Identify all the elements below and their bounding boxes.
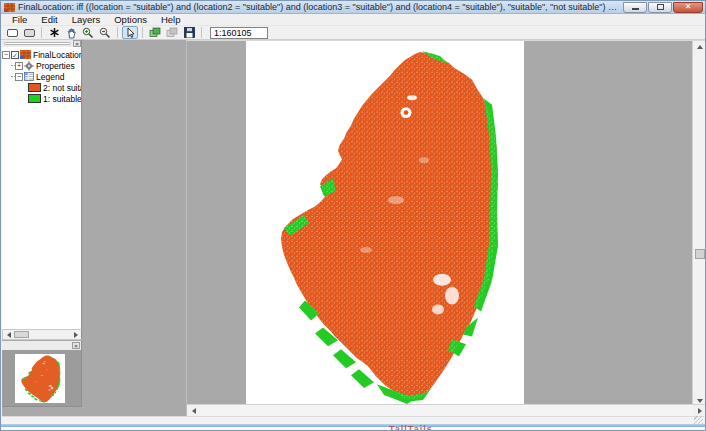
content-area: × −✓ FinalLocation - + [2,40,704,416]
island-raster-map [246,41,524,407]
layers-disabled-icon [166,27,178,38]
legend-item-not-suitable[interactable]: 2: not suitable [2,82,81,93]
window-bottom-edge [1,427,705,430]
raster-map-icon [20,50,31,59]
transparency-slider[interactable] [4,42,71,45]
gear-icon [24,61,34,71]
tree-pane-header: × [2,40,82,47]
arrow-right-icon [74,332,78,338]
status-bar [2,416,704,424]
toolbar [1,26,705,40]
close-tree-pane-button[interactable]: × [73,40,81,47]
pan-button[interactable] [63,26,79,39]
checkbox-checked-icon[interactable]: ✓ [11,51,19,59]
toolbar-separator [41,27,42,38]
map-page[interactable] [246,41,524,407]
legend-label[interactable]: Legend [36,72,64,82]
menu-options[interactable]: Options [107,14,154,26]
map-viewport [186,40,706,416]
entire-map-icon [7,29,18,37]
arrow-left-icon [7,332,11,338]
maximize-icon [657,4,664,10]
vertical-scrollbar[interactable] [692,41,706,407]
suitable-swatch [28,94,41,103]
remove-layer-button[interactable] [164,26,180,39]
collapse-icon[interactable]: − [2,51,10,59]
tree-row-root[interactable]: −✓ FinalLocation - [2,49,81,60]
menu-help[interactable]: Help [154,14,188,26]
resize-grip[interactable] [694,416,703,424]
tree-row-legend[interactable]: − Legend [2,71,81,82]
toolbar-separator [142,27,143,38]
save-button[interactable] [181,26,197,39]
raster-map-icon [4,3,15,12]
overview-island-map [15,354,65,403]
arrow-right-icon [698,408,702,414]
legend-item-label: 2: not suitable [43,83,81,93]
redraw-icon [24,29,35,37]
zoom-out-icon [99,27,111,39]
minimize-button[interactable] [623,2,647,13]
tree-row-properties[interactable]: + Properties [2,60,81,71]
watermark-text: TallTails [389,424,433,430]
horizontal-scrollbar[interactable] [187,404,706,416]
scale-input[interactable] [210,27,268,39]
layer-label[interactable]: FinalLocation - [33,50,81,60]
normal-cursor-button[interactable] [122,26,138,39]
legend-icon [24,72,34,81]
arrow-left-icon [192,408,196,414]
toolbar-separator [201,27,202,38]
scroll-left-button[interactable] [187,405,200,416]
asterisk-icon [49,27,60,38]
overview-map-pane [2,350,82,407]
legend-item-label: 1: suitable [43,94,81,104]
zoom-in-button[interactable] [80,26,96,39]
toolbar-separator [117,27,118,38]
collapse-icon[interactable]: − [15,73,23,81]
close-button[interactable]: ✕ [673,2,703,13]
scroll-right-button[interactable] [693,405,706,416]
scroll-left-button[interactable] [3,330,14,339]
scroll-up-button[interactable] [693,41,706,53]
layers-icon [149,27,161,38]
entire-map-button[interactable] [4,26,20,39]
select-button[interactable] [46,26,62,39]
ilwis-map-window: FinalLocation: iff ((location = "suitabl… [0,0,706,431]
arrow-up-icon [697,45,703,49]
redraw-button[interactable] [21,26,37,39]
minimize-icon [632,8,639,10]
arrow-down-icon [697,399,703,403]
menu-layers[interactable]: Layers [65,14,108,26]
scrollbar-thumb[interactable] [695,249,705,259]
close-overview-pane-button[interactable]: × [72,342,80,349]
menu-file[interactable]: File [5,14,34,26]
maximize-button[interactable] [648,2,672,13]
window-title: FinalLocation: iff ((location = "suitabl… [18,1,619,13]
properties-label[interactable]: Properties [36,61,75,71]
hand-icon [66,27,77,39]
layer-management-pane: × −✓ FinalLocation - + [2,40,186,416]
not-suitable-swatch [28,83,41,92]
save-icon [184,27,195,38]
zoom-out-button[interactable] [97,26,113,39]
overview-pane-header: × [2,341,82,350]
layer-tree: −✓ FinalLocation - + [2,47,82,329]
add-layer-button[interactable] [147,26,163,39]
titlebar[interactable]: FinalLocation: iff ((location = "suitabl… [1,1,705,14]
close-icon: ✕ [685,3,692,11]
zoom-in-icon [82,27,94,39]
legend-item-suitable[interactable]: 1: suitable [2,93,81,104]
scroll-right-button[interactable] [70,330,81,339]
cursor-icon [125,27,135,38]
tree-horizontal-scrollbar[interactable] [2,329,82,340]
expand-icon[interactable]: + [15,62,23,70]
overview-map-page[interactable] [15,354,65,403]
menubar: File Edit Layers Options Help [1,14,705,26]
scrollbar-thumb[interactable] [14,331,29,338]
menu-edit[interactable]: Edit [34,14,64,26]
